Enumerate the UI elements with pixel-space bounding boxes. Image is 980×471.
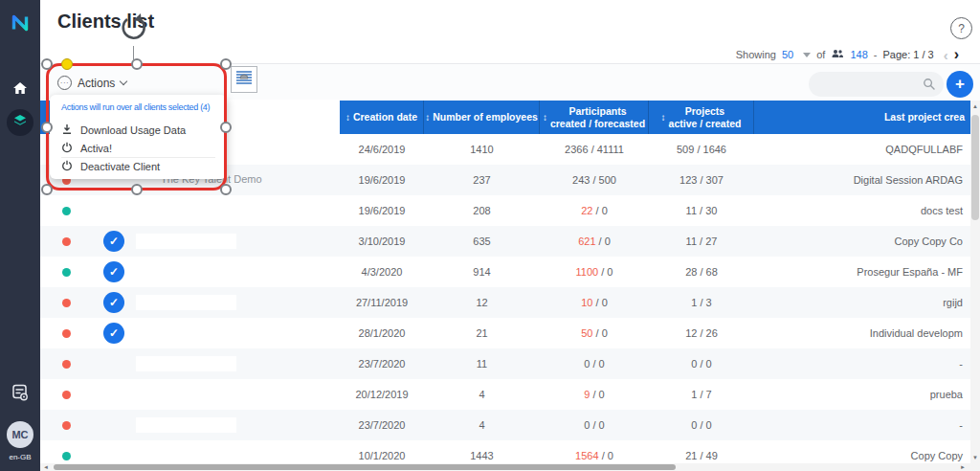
censored-name-box [136,356,236,371]
resize-handle[interactable] [41,122,53,133]
resize-handle[interactable] [131,184,143,195]
horizontal-scrollbar[interactable]: ◄ ► [40,463,970,471]
resize-handle[interactable] [220,58,232,70]
column-header-participants[interactable]: ↕ Participantscreated / forecasted [540,101,649,134]
participants-cell: 0 / 0 [540,348,649,379]
client-name-cell [134,195,340,226]
next-page-button[interactable]: › [954,46,959,63]
column-header-projects[interactable]: ↕ Projectsactive / created [649,101,754,134]
participants-created: 243 [572,174,590,186]
sort-icon[interactable]: ↕ [345,112,350,123]
search-input[interactable] [809,72,944,97]
scroll-up-icon[interactable]: ▲ [970,101,980,112]
table-row[interactable]: ✓ 23/7/2020 4 0 / 0 0 / 0 - [40,410,970,440]
table-row[interactable]: ✓ 23/7/2020 11 0 / 0 0 / 0 - [40,348,970,379]
participants-forecasted: / 0 [598,266,612,278]
checkbox-cell: ✓ [91,287,134,318]
table-row[interactable]: ✓ 19/6/2019 208 22 / 0 11 / 30 docs test [40,195,970,226]
last-project-cell: Prosegur España - MF [754,257,970,287]
creation-date-cell: 24/6/2019 [340,134,424,165]
check-icon: ✓ [109,296,119,309]
creation-date-cell: 27/11/2019 [340,287,424,318]
horizontal-scroll-thumb[interactable] [54,464,676,470]
scroll-right-icon[interactable]: ► [957,464,969,470]
image-annotation-tool-button[interactable] [231,66,257,93]
avatar[interactable]: MC [7,421,33,448]
creation-date-cell: 23/7/2020 [340,410,424,440]
participants-forecasted: / 0 [592,327,607,339]
sort-icon[interactable]: ↕ [425,112,430,123]
scroll-left-icon[interactable]: ◄ [40,464,52,470]
checkbox-cell: ✓ [91,318,134,348]
last-project-cell: Individual developm [754,318,970,348]
sort-icon[interactable]: ↕ [661,112,666,123]
table-row[interactable]: ✓ 3/10/2019 635 621 / 0 11 / 27 Copy Cop… [40,226,970,257]
resize-handle[interactable] [220,184,232,195]
table-row[interactable]: ✓ 27/11/2019 12 10 / 0 1 / 3 rgijd [40,287,970,318]
resize-handle[interactable] [41,58,53,70]
participants-cell: 2366 / 41111 [540,134,649,165]
projects-cell: 12 / 26 [649,318,754,348]
sidebar-item-home[interactable] [12,80,28,96]
scroll-down-icon[interactable]: ▼ [970,452,980,463]
column-header-creation-date[interactable]: ↕ Creation date [340,101,424,134]
plus-icon: + [955,75,965,94]
adjust-handle[interactable] [61,58,73,70]
status-dot-icon [62,299,71,307]
resize-handle[interactable] [41,184,53,195]
client-name-cell [134,287,340,318]
pagination: Showing 50 of 148 - Page: 1 / 3 ‹ › [736,46,959,63]
resize-handle[interactable] [220,122,232,133]
annotation-rectangle[interactable] [46,63,227,191]
help-button[interactable]: ? [950,17,972,39]
row-checkbox[interactable]: ✓ [103,292,124,313]
participants-cell: 621 / 0 [540,226,649,257]
participants-created: 1100 [576,266,599,278]
add-client-button[interactable]: + [947,71,973,98]
row-checkbox[interactable]: ✓ [103,323,124,344]
censored-name-box [136,417,236,433]
check-icon: ✓ [109,265,119,279]
projects-cell: 11 / 30 [649,195,754,226]
creation-date-cell: 19/6/2019 [340,195,424,226]
participants-created: 22 [581,205,592,216]
row-checkbox[interactable]: ✓ [103,231,124,252]
rotate-icon[interactable] [118,12,150,49]
table-row[interactable]: ✓ 20/12/2019 4 9 / 0 1 / 7 prueba [40,379,970,410]
of-label: of [816,49,825,60]
censored-name-box [136,325,236,341]
page-size-value[interactable]: 50 [782,49,793,60]
employees-cell: 4 [424,379,540,410]
column-label: Number of employees [433,111,538,123]
column-label: Projectsactive / created [669,105,742,129]
vertical-scroll-thumb[interactable] [971,115,979,220]
column-header-employees[interactable]: ↕ Number of employees [424,101,540,134]
prev-page-button[interactable]: ‹ [944,47,948,63]
tasks-gear-icon [11,389,30,405]
row-checkbox[interactable]: ✓ [103,261,124,282]
employees-cell: 635 [424,226,540,257]
projects-cell: 28 / 68 [649,257,754,287]
table-row[interactable]: ✓ 4/3/2020 914 1100 / 0 28 / 68 Prosegur… [40,257,970,287]
table-row[interactable]: ✓ 28/1/2020 21 50 / 0 12 / 26 Individual… [40,318,970,348]
search-icon [923,78,936,91]
employees-cell: 914 [424,257,540,287]
checkbox-cell: ✓ [91,348,134,379]
chevron-down-icon[interactable] [803,53,811,57]
total-count[interactable]: 148 [850,49,867,60]
page-indicator: Page: 1 / 3 [882,49,933,60]
client-name-cell [134,379,340,410]
sidebar-item-clients[interactable] [7,109,33,136]
image-lines-icon [234,68,254,91]
participants-cell: 9 / 0 [540,379,649,410]
checkbox-cell: ✓ [91,195,134,226]
last-project-cell: Copy Copy Co [754,226,970,257]
creation-date-cell: 20/12/2019 [340,379,424,410]
projects-cell: 123 / 307 [649,165,754,195]
participants-forecasted: / 0 [590,389,604,400]
sort-icon[interactable]: ↕ [543,112,547,123]
censored-name-box [136,387,236,402]
sidebar-item-admin-settings[interactable] [11,383,30,402]
column-header-last-project[interactable]: Last project crea [754,101,970,134]
last-project-cell: QADQFULLABF [754,134,970,165]
